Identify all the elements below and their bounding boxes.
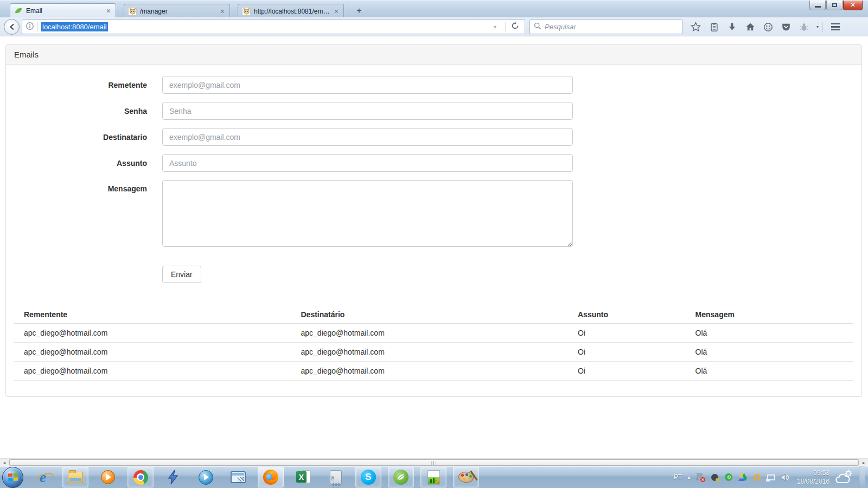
extension-bug-icon[interactable] [795, 20, 813, 35]
mensagem-textarea[interactable] [162, 180, 573, 247]
notepad-plus-plus-icon [427, 470, 440, 485]
divider [822, 22, 823, 32]
cell-remetente: apc_diego@hotmail.com [14, 343, 291, 362]
taskbar-skype[interactable]: S [355, 467, 381, 487]
url-history-dropdown-icon[interactable]: ▼ [488, 24, 502, 30]
taskbar-calculator[interactable]: 8 [323, 467, 349, 487]
remote-desktop-icon [231, 471, 246, 483]
cell-remetente: apc_diego@hotmail.com [14, 362, 291, 381]
scroll-left-icon[interactable]: ◂ [0, 459, 9, 467]
close-tab-icon[interactable]: × [219, 8, 226, 15]
tab-manager[interactable]: /manager × [124, 4, 230, 18]
start-button[interactable] [2, 467, 23, 488]
panel-header: Emails [6, 45, 861, 65]
bookmark-star-icon[interactable] [687, 20, 705, 35]
language-indicator[interactable]: PT [674, 473, 682, 481]
excel-icon: X [296, 470, 310, 484]
spring-leaf-icon [14, 7, 23, 15]
tab-email[interactable]: Email × [10, 3, 116, 18]
url-input[interactable]: localhost:8080/email [41, 23, 108, 31]
reload-icon[interactable] [509, 22, 521, 32]
taskbar-media-player[interactable] [95, 467, 121, 487]
table-header-row: Rementente Destinatário Assunto Mensagem [14, 306, 853, 324]
bookmarks-list-icon[interactable] [705, 20, 723, 35]
volume-icon[interactable] [781, 473, 790, 482]
taskbar-firefox[interactable] [258, 467, 284, 487]
senha-input[interactable] [162, 102, 573, 120]
sync-icon[interactable]: ⟲ [724, 473, 733, 482]
taskbar-spring-tool-suite[interactable] [388, 467, 414, 487]
taskbar-remote-desktop[interactable] [225, 467, 251, 487]
tab-title: /manager [140, 8, 216, 15]
google-drive-icon[interactable] [738, 473, 748, 482]
emails-panel: Emails Remetente Senha Destinatario Assu… [5, 44, 862, 397]
destinatario-input[interactable] [162, 128, 573, 146]
back-button[interactable] [4, 19, 20, 35]
weather-cloud-icon[interactable] [834, 469, 853, 485]
table-row: apc_diego@hotmail.com apc_diego@hotmail.… [14, 324, 853, 343]
cell-assunto: Oi [568, 343, 686, 362]
play-circle-icon [199, 470, 213, 485]
table-row: apc_diego@hotmail.com apc_diego@hotmail.… [14, 362, 853, 381]
chevron-down-icon[interactable]: ▾ [813, 20, 822, 35]
taskbar-notepad-plus-plus[interactable] [420, 467, 446, 487]
show-desktop-button[interactable] [859, 466, 865, 488]
scrollbar-thumb[interactable] [9, 459, 859, 466]
downloads-icon[interactable] [723, 20, 741, 35]
taskbar-chrome[interactable] [127, 467, 154, 487]
restore-button[interactable] [826, 1, 843, 10]
cell-mensagem: Olá [686, 362, 853, 381]
remetente-input[interactable] [162, 76, 573, 94]
cell-assunto: Oi [568, 362, 686, 381]
cell-mensagem: Olá [686, 324, 853, 343]
tomcat-icon [242, 7, 251, 16]
horizontal-scrollbar[interactable]: ◂ ▸ [0, 458, 868, 466]
enviar-button[interactable]: Enviar [162, 266, 201, 283]
smiley-extension-icon[interactable] [759, 20, 777, 35]
taskbar-media-center[interactable] [193, 467, 219, 487]
back-arrow-icon [8, 23, 16, 31]
assunto-input[interactable] [162, 154, 573, 172]
tab-localhost-8081[interactable]: http://localhost:8081/email/ × [238, 4, 344, 18]
spring-leaf-icon [393, 470, 409, 485]
senha-label: Senha [14, 107, 147, 115]
minimize-button[interactable] [809, 1, 826, 10]
menu-hamburger-icon[interactable] [826, 20, 844, 35]
tab-title: Email [26, 7, 102, 15]
chrome-icon [133, 470, 148, 485]
orange-ring-icon[interactable] [752, 473, 762, 482]
toolbar-icons: ▾ [687, 18, 844, 35]
close-tab-icon[interactable]: × [105, 7, 112, 15]
taskbar-lightning-app[interactable] [160, 467, 186, 487]
header-mensagem: Mensagem [686, 306, 853, 324]
clock-date: 18/08/2016 [797, 477, 829, 486]
site-info-icon[interactable] [25, 22, 34, 33]
paint-palette-icon [458, 472, 474, 483]
pen-device-icon[interactable] [710, 473, 719, 482]
page-title: Emails [14, 50, 39, 59]
close-button[interactable]: ✕ [843, 1, 863, 10]
url-bar[interactable]: localhost:8080/email ▼ [22, 20, 525, 34]
search-input[interactable] [545, 23, 678, 31]
taskbar-paint[interactable] [453, 467, 479, 487]
firefox-icon [263, 470, 278, 485]
panel-body: Remetente Senha Destinatario Assunto Men… [6, 65, 861, 381]
close-tab-icon[interactable]: × [333, 8, 340, 15]
pocket-icon[interactable] [777, 20, 795, 35]
new-tab-button[interactable]: + [352, 4, 367, 17]
windows-logo-icon [8, 473, 18, 481]
home-icon[interactable] [741, 20, 759, 35]
skype-icon: S [361, 470, 376, 485]
scrollbar-grip [432, 461, 437, 465]
scroll-right-icon[interactable]: ▸ [859, 459, 868, 467]
taskbar-windows-explorer[interactable] [62, 467, 88, 487]
search-bar[interactable] [529, 20, 682, 34]
tray-clock[interactable]: 09:53 18/08/2016 [795, 468, 829, 486]
taskbar-excel[interactable]: X [290, 467, 316, 487]
action-center-flag-icon[interactable]: ✕ [696, 473, 705, 482]
lightning-icon [167, 470, 179, 485]
folder-icon [68, 472, 83, 483]
taskbar-internet-explorer[interactable]: e [30, 467, 56, 487]
tray-expand-icon[interactable]: ▲ [687, 475, 691, 480]
network-icon[interactable] [767, 473, 776, 482]
